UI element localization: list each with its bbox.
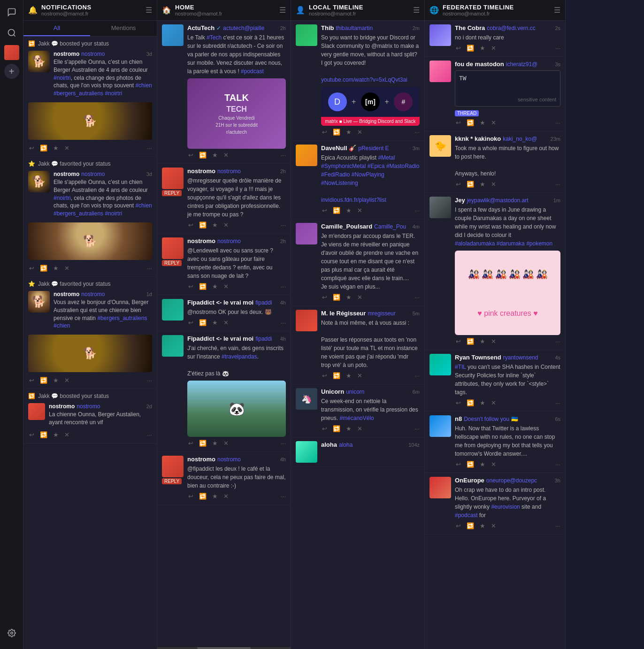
more-btn-4[interactable]: ···: [147, 431, 152, 438]
fou-name[interactable]: fou de mastodon: [455, 61, 504, 68]
f2-close[interactable]: ✕: [222, 439, 230, 448]
jey-avatar[interactable]: [429, 197, 451, 218]
camille-close[interactable]: ✕: [356, 293, 363, 302]
n1-more[interactable]: ···: [281, 221, 286, 229]
f1-fav[interactable]: ★: [211, 318, 219, 327]
fou-fav[interactable]: ★: [479, 118, 486, 127]
thib-boost[interactable]: 🔁: [332, 128, 341, 137]
tab-mentions[interactable]: Mentions: [90, 21, 157, 36]
dave-fav[interactable]: ★: [345, 206, 353, 215]
thib-reply[interactable]: ↩: [321, 128, 328, 137]
unicorn-reply[interactable]: ↩: [321, 424, 328, 433]
boost-btn-1[interactable]: 🔁: [39, 144, 48, 153]
notif-handle-1[interactable]: nostromo: [81, 51, 105, 57]
mreg-fav[interactable]: ★: [345, 371, 353, 380]
mreg-handle[interactable]: mregisseur: [368, 310, 395, 317]
camille-more[interactable]: ···: [414, 294, 420, 301]
kknk-fav[interactable]: ★: [479, 180, 486, 189]
camille-avatar[interactable]: [296, 223, 317, 244]
camille-reply[interactable]: ↩: [321, 293, 328, 302]
f2-fav[interactable]: ★: [211, 439, 219, 448]
local-menu-icon[interactable]: ☰: [413, 6, 420, 15]
notif-username-1[interactable]: nostromo: [54, 51, 79, 57]
kknk-handle[interactable]: kaki_no_ko@: [503, 136, 537, 142]
cobra-avatar[interactable]: [429, 24, 451, 46]
thib-more[interactable]: ···: [414, 129, 420, 136]
notif-username-3[interactable]: nostromo: [54, 291, 79, 298]
n8-reply[interactable]: ↩: [455, 460, 462, 469]
notif-handle-4[interactable]: nostromo: [77, 403, 100, 410]
n2-fav[interactable]: ★: [211, 282, 219, 291]
oneurope-boost[interactable]: 🔁: [466, 521, 475, 530]
jey-boost[interactable]: 🔁: [466, 337, 475, 346]
kknk-close[interactable]: ✕: [490, 180, 497, 189]
actutech-more[interactable]: ···: [281, 152, 286, 159]
notif-avatar-2[interactable]: 🐕: [28, 171, 50, 192]
oneurope-close[interactable]: ✕: [490, 521, 497, 530]
notif-avatar-1[interactable]: 🐕: [28, 51, 50, 72]
close-btn-1[interactable]: ✕: [63, 144, 70, 153]
fou-avatar[interactable]: [429, 61, 451, 82]
nostromo-name-2[interactable]: nostromo: [187, 237, 215, 244]
n8-handle[interactable]: Doesn't follow you 🇺🇦: [464, 416, 518, 422]
jey-name[interactable]: Jey: [455, 197, 465, 204]
nostromo-avatar-2[interactable]: [162, 237, 184, 259]
f1-more[interactable]: ···: [281, 319, 286, 326]
notifications-menu-icon[interactable]: ☰: [146, 6, 152, 15]
n8-close[interactable]: ✕: [490, 460, 497, 469]
nostromo-handle-3[interactable]: nostromo: [217, 456, 241, 463]
f2-boost[interactable]: 🔁: [198, 439, 207, 448]
n2-more[interactable]: ···: [281, 283, 286, 290]
n3-close[interactable]: ✕: [222, 492, 230, 501]
fou-reply[interactable]: ↩: [455, 118, 462, 127]
camille-fav[interactable]: ★: [345, 293, 353, 302]
reply-btn-4[interactable]: ↩: [28, 430, 35, 439]
cobra-boost[interactable]: 🔁: [466, 44, 475, 53]
fav-btn-3[interactable]: ★: [52, 376, 60, 385]
notif-username-2[interactable]: nostromo: [54, 171, 79, 177]
notif-avatar-3[interactable]: 🐕: [28, 291, 50, 313]
actutech-avatar[interactable]: [162, 24, 184, 46]
f1-boost[interactable]: 🔁: [198, 318, 207, 327]
ryan-handle[interactable]: ryantownsend: [503, 354, 538, 361]
sensitive-input[interactable]: TW: [459, 75, 556, 93]
fip-name-1[interactable]: Fipaddict <- le vrai moi: [187, 299, 253, 306]
fip-handle-2[interactable]: fipaddi: [255, 336, 272, 342]
fou-boost[interactable]: 🔁: [466, 118, 475, 127]
reply-btn-2[interactable]: ↩: [28, 264, 35, 273]
n1-reply[interactable]: ↩: [187, 221, 194, 229]
dave-close[interactable]: ✕: [356, 206, 363, 215]
n2-close[interactable]: ✕: [222, 282, 230, 291]
actutech-fav[interactable]: ★: [211, 151, 219, 160]
nostromo-handle-2[interactable]: nostromo: [217, 238, 241, 244]
n8-boost[interactable]: 🔁: [466, 460, 475, 469]
f1-close[interactable]: ✕: [222, 318, 230, 327]
notif-avatar-4[interactable]: [28, 403, 45, 420]
tab-all[interactable]: All: [23, 21, 90, 36]
kknk-boost[interactable]: 🔁: [466, 180, 475, 189]
n8-avatar[interactable]: [429, 415, 451, 437]
mreg-avatar[interactable]: [296, 310, 317, 331]
aloha-name[interactable]: aloha: [321, 441, 337, 448]
cobra-close[interactable]: ✕: [490, 44, 497, 53]
oneurope-handle[interactable]: oneurope@douzepc: [486, 477, 537, 484]
oneurope-name[interactable]: OnEurope: [455, 477, 484, 484]
n2-boost[interactable]: 🔁: [198, 282, 207, 291]
fav-btn-4[interactable]: ★: [52, 430, 60, 439]
thib-fav[interactable]: ★: [345, 128, 353, 137]
more-btn-2[interactable]: ···: [147, 265, 152, 272]
n3-reply[interactable]: ↩: [187, 492, 194, 501]
thib-handle[interactable]: thibaultamartin: [336, 25, 373, 31]
fip-avatar-1[interactable]: [162, 299, 184, 321]
reply-btn-1[interactable]: ↩: [28, 144, 35, 153]
kknk-name[interactable]: kknk * kakinoko: [455, 135, 501, 142]
camille-name[interactable]: Camille_Poulsard: [321, 223, 372, 230]
thib-close[interactable]: ✕: [356, 128, 363, 137]
ryan-boost[interactable]: 🔁: [466, 398, 475, 407]
more-btn-3[interactable]: ···: [147, 377, 152, 384]
fav-btn-1[interactable]: ★: [52, 144, 60, 153]
cobra-reply[interactable]: ↩: [455, 44, 462, 53]
jey-fav[interactable]: ★: [479, 337, 486, 346]
fou-handle[interactable]: icheratz91@: [506, 61, 538, 68]
unicorn-boost[interactable]: 🔁: [332, 424, 341, 433]
